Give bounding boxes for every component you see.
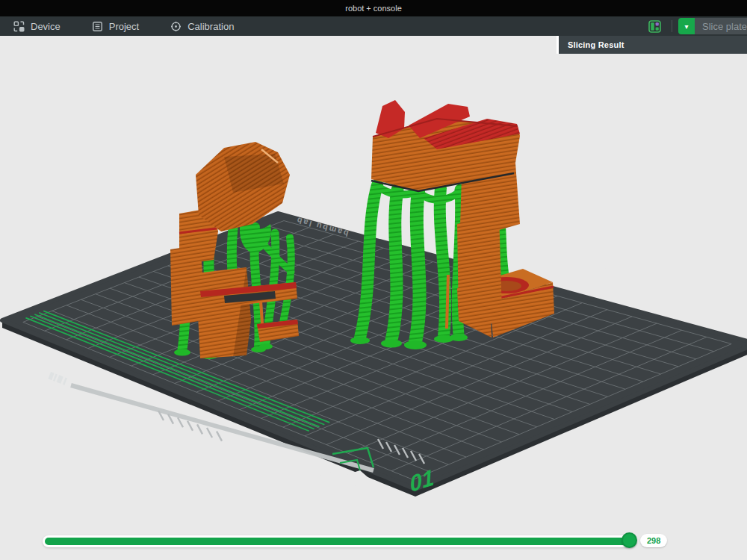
menu-bar: Device Project Calibration ▾ Slice plate <box>0 16 747 36</box>
menu-items: Device Project Calibration <box>0 21 234 32</box>
slicing-result-header: Slicing Result <box>557 36 747 54</box>
slice-plate-button[interactable]: Slice plate <box>695 18 747 34</box>
layer-slider-track[interactable] <box>43 535 636 547</box>
menu-item-project-label: Project <box>109 21 139 32</box>
layer-slider-fill <box>45 538 629 545</box>
layer-slider-handle[interactable] <box>622 532 637 548</box>
window-title: robot + console <box>345 4 402 13</box>
layer-slider-value: 298 <box>647 536 660 545</box>
device-grid-icon <box>13 21 25 32</box>
layer-slider-value-badge: 298 <box>640 534 667 547</box>
slice-plate-button-label: Slice plate <box>702 21 747 32</box>
slice-split-button: ▾ Slice plate <box>678 18 747 34</box>
viewport-3d-canvas[interactable]: bambu lab 01 <box>0 36 747 560</box>
menu-item-device-label: Device <box>31 21 61 32</box>
menu-item-device[interactable]: Device <box>13 21 61 32</box>
menu-item-project[interactable]: Project <box>92 21 139 32</box>
toolbar-separator <box>672 20 672 32</box>
viewport: bambu lab 01 <box>0 36 747 560</box>
slicing-result-title: Slicing Result <box>559 40 624 49</box>
calibration-target-icon <box>170 21 182 32</box>
menu-item-calibration-label: Calibration <box>187 21 234 32</box>
window-title-bar: robot + console <box>0 0 747 16</box>
model-right-orange-sliver-1 <box>447 275 448 329</box>
menu-item-calibration[interactable]: Calibration <box>170 21 234 32</box>
plate-back-notch <box>596 259 620 270</box>
plate-layout-icon[interactable] <box>643 16 666 36</box>
project-list-icon <box>92 21 103 32</box>
chevron-down-icon: ▾ <box>684 22 688 31</box>
slice-dropdown-button[interactable]: ▾ <box>678 18 695 34</box>
menu-bar-right: ▾ Slice plate <box>643 16 747 36</box>
plate-barcode-mark <box>48 372 67 385</box>
